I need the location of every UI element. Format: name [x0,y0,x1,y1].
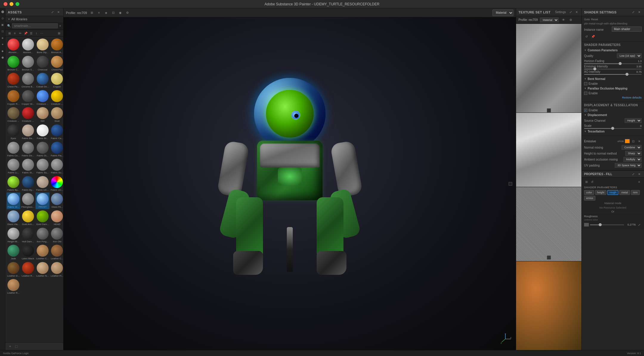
shader-expand-icon[interactable]: ⤢ [631,10,636,15]
displacement-enable-checkbox[interactable]: ✓ [584,109,587,112]
assets-expand-icon[interactable]: ⤢ [50,10,55,15]
tool-icon-6[interactable]: ✦ [1,42,5,47]
toolbar-pin-icon[interactable]: 📌 [23,31,28,36]
props-expand-icon[interactable]: ⤢ [631,172,636,176]
parallax-collapse[interactable]: ▼ Parallax Occlusion Mapping [584,86,642,91]
texture-eye-icon[interactable]: 👁 [561,18,566,22]
asset-item-35[interactable]: Fabric UC... [50,175,63,192]
asset-item-17[interactable]: Creature ... [21,107,35,123]
asset-item-39[interactable]: Glass Fil... [50,192,63,209]
asset-item-12[interactable]: Copper R... [7,90,20,106]
asset-item-18[interactable]: Dirt [35,107,49,123]
common-params-collapse[interactable]: ▼ Common Parameters [584,48,642,53]
bent-normal-checkbox[interactable] [584,82,587,85]
toolbar-view-grid-icon[interactable]: ⊞ [57,31,61,36]
material-chip-color[interactable]: color [584,190,594,195]
horizon-fading-thumb[interactable] [619,62,622,65]
ambient-occlusion-dropdown[interactable]: Multiply [623,157,642,162]
search-input[interactable] [12,23,58,28]
viewport-settings-icon[interactable]: ⚙ [125,10,130,15]
asset-item-31[interactable]: Fabric Su... [50,158,63,175]
props-icon-2[interactable]: ↺ [590,179,595,184]
emissive-color-swatch[interactable] [625,139,630,143]
asset-item-47[interactable]: Iron Old [50,227,63,244]
asset-item-49[interactable]: Latex Black [21,244,35,261]
roughness-slider-track[interactable] [590,224,624,225]
asset-item-51[interactable]: Leather C... [50,244,63,261]
displacement-sub-collapse[interactable]: ▼ Displacement [584,112,642,118]
horizon-fading-track[interactable] [584,63,642,64]
tool-icon-2[interactable]: ◎ [1,16,5,20]
assets-all-libraries[interactable]: ▼ All libraries [5,16,63,22]
roughness-color-swatch[interactable] [584,223,589,226]
toolbar-filter-icon[interactable]: ☰ [29,31,33,36]
viewport-canvas[interactable]: X Y Z [64,17,516,350]
asset-item-42[interactable]: Gold Dam... [35,210,49,226]
asset-item-10[interactable]: Cobalt De... [35,72,49,89]
assets-add-icon[interactable]: + [8,344,13,349]
emissive-close-icon[interactable]: ✕ [637,139,642,144]
tool-icon-5[interactable]: ◈ [1,36,5,40]
asset-item-20[interactable]: Eyes [7,124,20,141]
props-icon-3[interactable]: ≡ [637,179,642,184]
tool-icon-8[interactable]: ⬟ [1,56,5,60]
asset-item-26[interactable]: Fabric Di... [35,141,49,158]
asset-item-30[interactable]: Fabric Su... [35,158,49,175]
bent-normal-collapse[interactable]: ▼ Bent Normal [584,76,642,81]
asset-item-22[interactable]: Fabric Bl... [35,124,49,141]
material-chip-emiss[interactable]: emiss [584,196,595,201]
viewport-list-icon[interactable]: ≡ [97,10,101,15]
asset-item-54[interactable]: Leather N... [35,261,49,278]
asset-item-29[interactable]: Fabric St... [21,158,35,175]
viewport-camera-icon[interactable]: ⊡ [111,10,116,15]
asset-item-43[interactable]: HEAD [50,210,63,226]
scale-track[interactable] [584,128,642,129]
asset-item-11[interactable]: Copper [50,72,63,89]
source-channel-dropdown[interactable]: Height [625,118,642,123]
assets-close-icon[interactable]: ✕ [56,10,61,15]
asset-item-50[interactable]: Leather C... [35,244,49,261]
minimize-button[interactable] [10,2,13,6]
texture-preview-3[interactable] [516,187,581,261]
asset-item-45[interactable]: Hull Dam... [21,227,35,244]
roughness-slider-thumb[interactable] [599,223,602,226]
asset-item-34[interactable]: Fabric UC... [35,175,49,192]
roughness-expand-icon[interactable]: ⤢ [637,222,642,227]
shader-pin-icon[interactable]: 📌 [591,34,595,39]
toolbar-more-icon[interactable]: ⋯ [39,31,44,36]
asset-item-37[interactable]: Fiberglass... [21,192,35,209]
asset-item-33[interactable]: Fabric By... [21,175,35,192]
texture-close-icon[interactable]: ✕ [574,10,579,15]
viewport-grid-icon[interactable]: ⊞ [89,10,94,15]
asset-item-3[interactable]: Bronze A... [50,38,63,55]
props-close-icon[interactable]: ✕ [637,172,642,176]
parallax-checkbox[interactable] [584,92,587,95]
asset-item-6[interactable]: Charcoal [35,55,49,72]
texture-expand-icon[interactable]: ⤢ [568,10,573,15]
shader-close-icon[interactable]: ✕ [637,10,642,15]
scale-thumb[interactable] [611,127,614,130]
asset-item-55[interactable]: Leather Fl... [50,261,63,278]
asset-item-9[interactable]: Chrome B... [21,72,35,89]
asset-item-52[interactable]: Leather D... [7,261,20,278]
ao-intensity-track[interactable] [584,74,642,75]
material-chip-rough[interactable]: rough [607,190,618,195]
asset-item-56[interactable]: Leather R... [7,278,20,295]
asset-item-8[interactable]: Chest Pa... [7,72,20,89]
asset-item-40[interactable]: Glass Via... [7,210,20,226]
emissive-intensity-track[interactable] [584,69,642,70]
asset-item-16[interactable]: Creature ... [7,107,20,123]
search-clear-icon[interactable]: ✕ [59,24,61,27]
material-dropdown[interactable]: Material [493,10,513,16]
asset-item-1[interactable]: Alumini... [21,38,35,55]
height-to-normal-dropdown[interactable]: Sharp [625,151,642,156]
asset-item-36[interactable]: Fabric W... [7,192,20,209]
asset-item-14[interactable]: Creature ... [35,90,49,106]
asset-item-4[interactable]: Bronze C... [7,55,20,72]
texture-preview-2[interactable] [516,113,581,187]
uv-padding-dropdown[interactable]: 3D Space Neighbor [615,163,642,168]
material-chip-height[interactable]: height [595,190,607,195]
asset-item-48[interactable]: Jade [7,244,20,261]
asset-item-21[interactable]: Fabric Ba... [21,124,35,141]
props-icon-1[interactable]: ⊞ [584,179,589,184]
